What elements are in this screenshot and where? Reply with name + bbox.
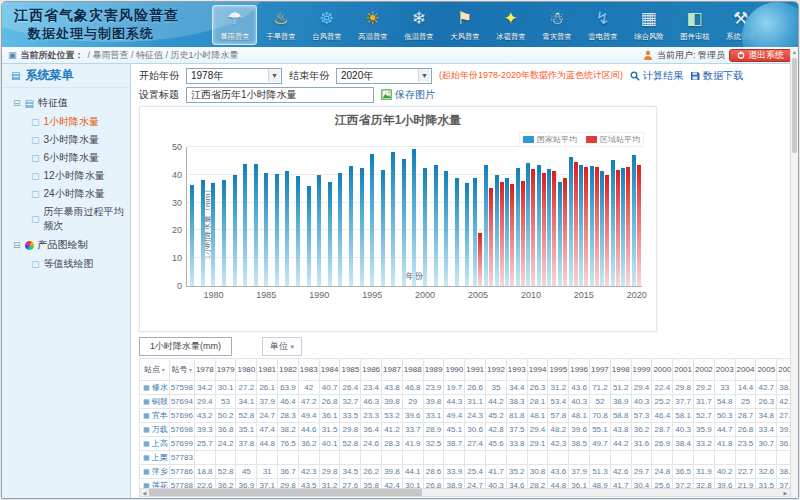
save-image-button[interactable]: 保存图片 [381,88,435,102]
bar-regional-2015[interactable] [584,167,588,286]
bar-national-1981[interactable] [222,180,226,286]
bar-national-2004[interactable] [465,183,469,286]
table-row[interactable]: ▦上栗57783 [140,451,792,465]
bar-national-1982[interactable] [233,175,237,286]
bar-national-1985[interactable] [264,173,268,286]
horizontal-scrollbar[interactable]: ◀ ▶ [139,488,791,497]
table-row[interactable]: ▦上高5769925.724.237.844.876.536.240.152.8… [140,437,792,451]
scrollbar-thumb[interactable] [149,489,422,496]
bar-regional-2020[interactable] [637,165,641,286]
table-row[interactable]: ▦修水5759834.230.127.226.163.94240.726.423… [140,381,792,395]
bar-national-1978[interactable] [190,185,194,286]
bar-national-1995[interactable] [370,154,374,286]
bar-national-2016[interactable] [590,166,594,286]
bar-national-1980[interactable] [211,183,215,286]
unit-filter[interactable]: 单位 ▾ [262,337,302,356]
bar-national-1991[interactable] [328,182,332,286]
bar-national-2006[interactable] [484,165,488,286]
data-download-button[interactable]: 数据下载 [690,69,743,83]
bar-regional-2009[interactable] [521,181,525,286]
bar-national-1994[interactable] [360,168,364,286]
bar-national-2003[interactable] [455,178,459,286]
bar-regional-2017[interactable] [605,175,609,286]
scrollbar-thumb[interactable] [792,58,797,153]
bar-regional-2012[interactable] [552,171,556,286]
sidebar-item-历年暴雨过程平均频次[interactable]: ▢历年暴雨过程平均频次 [4,203,128,235]
bar-national-2017[interactable] [600,171,604,286]
bar-national-2011[interactable] [537,165,541,286]
tree-toggle-icon[interactable]: ⊟ [13,98,21,108]
column-header-station[interactable]: 站点 ▾ [140,359,170,381]
bar-national-1990[interactable] [317,175,321,286]
bar-national-1988[interactable] [296,176,300,286]
table-row[interactable]: ▦宜丰5769643.250.252.824.728.349.436.133.5… [140,409,792,423]
table-row[interactable]: ▦萍乡5778618.852.8453136.742.329.834.526.2… [140,465,792,479]
bar-national-2009[interactable] [516,168,520,286]
bar-national-2007[interactable] [495,175,499,286]
toolbar-item-7[interactable]: ✦冰雹普查 [488,5,533,45]
bar-regional-2005[interactable] [478,233,482,286]
tree-group-1[interactable]: ⊟▤特征值 [4,93,128,113]
bar-national-1989[interactable] [307,186,311,286]
logout-button[interactable]: 退出系统 [729,49,792,62]
toolbar-item-2[interactable]: ♨干旱普查 [258,5,303,45]
bar-national-2001[interactable] [434,165,438,286]
bar-national-1997[interactable] [391,152,395,286]
bar-national-1998[interactable] [402,159,406,286]
bar-national-2014[interactable] [569,157,573,286]
sidebar-item-等值线绘图[interactable]: ▢等值线绘图 [4,255,128,273]
bar-regional-2010[interactable] [531,169,535,286]
table-row[interactable]: ▦铜鼓5769429.45334.137.946.447.226.832.746… [140,395,792,409]
toolbar-item-11[interactable]: ◧图件审核 [672,5,717,45]
bar-national-1979[interactable] [201,180,205,286]
bar-national-1983[interactable] [243,164,247,286]
start-year-select[interactable]: 1978年 ▼ [186,68,282,84]
bar-national-1984[interactable] [254,164,258,286]
sidebar-item-6小时降水量[interactable]: ▢6小时降水量 [4,149,128,167]
legend-item-regional[interactable]: 区域站平均 [586,134,640,145]
bar-regional-2011[interactable] [542,173,546,286]
bar-national-1996[interactable] [381,170,385,286]
scroll-right-icon[interactable]: ▶ [781,490,790,496]
scroll-up-icon[interactable]: ▲ [791,48,798,56]
bar-national-2015[interactable] [579,165,583,286]
calc-result-button[interactable]: 计算结果 [630,69,683,83]
toolbar-item-3[interactable]: ☸台风普查 [304,5,349,45]
bar-national-1999[interactable] [412,149,416,286]
tree-toggle-icon[interactable]: ⊟ [13,240,21,250]
bar-regional-2014[interactable] [574,162,578,286]
bar-national-2012[interactable] [547,169,551,286]
tree-group-2[interactable]: ⊟产品图绘制 [4,235,128,255]
bar-national-2013[interactable] [558,182,562,286]
scroll-left-icon[interactable]: ◀ [140,490,149,496]
toolbar-item-4[interactable]: ☀高温普查 [350,5,395,45]
bar-national-1993[interactable] [349,166,353,286]
legend-item-national[interactable]: 国家站平均 [523,134,577,145]
toolbar-item-8[interactable]: ☃雪灾普查 [534,5,579,45]
chart-title-input[interactable] [186,87,374,103]
breadcrumb[interactable]: / 暴雨普查 / 特征值 / 历史1小时降水量 [88,49,239,62]
table-row[interactable]: ▦万载5769839.336.835.147.438.244.631.529.8… [140,423,792,437]
vertical-scrollbar[interactable]: ▲ [790,48,798,498]
column-header-station-id[interactable]: 站号 ▾ [169,359,194,381]
bar-national-2000[interactable] [423,168,427,286]
bar-regional-2006[interactable] [489,188,493,286]
bar-national-2005[interactable] [473,178,477,286]
sidebar-item-24小时降水量[interactable]: ▢24小时降水量 [4,185,128,203]
bar-national-2002[interactable] [444,171,448,286]
bar-national-2010[interactable] [526,163,530,286]
toolbar-item-5[interactable]: ❄低温普查 [396,5,441,45]
sidebar-item-3小时降水量[interactable]: ▢3小时降水量 [4,131,128,149]
bar-regional-2019[interactable] [626,167,630,286]
toolbar-item-9[interactable]: ↯雷电普查 [580,5,625,45]
bar-national-2019[interactable] [621,168,625,286]
bar-regional-2013[interactable] [563,178,567,286]
end-year-select[interactable]: 2020年 ▼ [336,68,432,84]
bar-regional-2016[interactable] [595,167,599,286]
bar-national-2020[interactable] [632,155,636,286]
sidebar-item-12小时降水量[interactable]: ▢12小时降水量 [4,167,128,185]
bar-national-1986[interactable] [275,174,279,286]
toolbar-item-1[interactable]: ☂暴雨普查 [212,5,257,45]
bar-regional-2008[interactable] [510,184,514,286]
bar-regional-2018[interactable] [616,170,620,286]
